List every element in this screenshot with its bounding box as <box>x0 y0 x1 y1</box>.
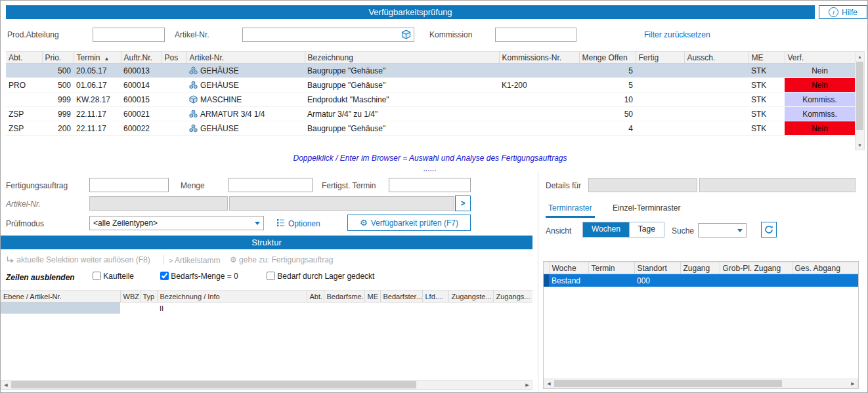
refresh-icon <box>764 225 773 234</box>
menge-input[interactable] <box>228 178 313 192</box>
cell-termin: 20.05.17 <box>74 64 121 78</box>
orders-col-abt[interactable]: Abt. <box>6 52 42 64</box>
resolve-selection-button[interactable]: aktuelle Selektion weiter auflösen (F8) <box>6 255 150 264</box>
cell-grob_pl_zugang <box>720 274 792 287</box>
terminraster-table-container: WocheTerminStandortZugangGrob-Pl. Zugang… <box>543 261 859 389</box>
scroll-right-icon[interactable]: ▶ <box>523 381 532 389</box>
kaufteile-checkbox[interactable] <box>93 272 101 280</box>
orders-col-prio[interactable]: Prio. <box>42 52 74 64</box>
filter-reset-link[interactable]: Filter zurücksetzen <box>644 30 710 39</box>
struktur-col-lfd[interactable]: Lfd.... <box>422 291 448 302</box>
struktur-col-bezeichnung[interactable]: Bezeichnung / Info <box>157 291 307 302</box>
go-to-article-button[interactable]: > <box>455 196 471 211</box>
struktur-col-bedarfstermin[interactable]: Bedarfster... <box>380 291 422 302</box>
scroll-up-icon[interactable]: ▲ <box>856 52 864 61</box>
struktur-col-zugangstermin[interactable]: Zugangste... <box>448 291 493 302</box>
cell-bezeichnung: Baugruppe "Gehäuse" <box>305 78 499 93</box>
verfuegbarkeit-pruefen-button[interactable]: ⚙ Verfügbarkeit prüfen (F7) <box>347 215 471 231</box>
row-marker <box>544 274 549 287</box>
order-row[interactable]: 50020.05.17600013GEHÄUSEBaugruppe "Gehäu… <box>6 64 855 78</box>
orders-col-auftr_nr[interactable]: Auftr.Nr. <box>121 52 162 64</box>
prod-abteilung-input[interactable] <box>93 28 165 42</box>
view-toggle: Wochen Tage <box>582 222 664 238</box>
orders-col-menge_offen[interactable]: Menge Offen <box>579 52 636 64</box>
order-row[interactable]: ZSP20022.11.17600022GEHÄUSEBaugruppe "Ge… <box>6 121 855 136</box>
cell-verf: Nein <box>785 64 855 78</box>
orders-col-pos[interactable]: Pos <box>162 52 186 64</box>
orders-col-aussch[interactable]: Aussch. <box>684 52 749 64</box>
fertigst-termin-input[interactable] <box>389 178 471 192</box>
scroll-right-icon[interactable]: ▶ <box>848 379 857 388</box>
view-tage-button[interactable]: Tage <box>630 222 664 237</box>
orders-vertical-scrollbar[interactable]: ▲ ▼ <box>855 51 865 150</box>
optionen-link[interactable]: Optionen <box>288 219 320 228</box>
cell-artikel: GEHÄUSE <box>186 121 305 136</box>
orders-col-me[interactable]: ME <box>749 52 785 64</box>
order-row[interactable]: PRO50001.06.17600014GEHÄUSEBaugruppe "Ge… <box>6 78 855 93</box>
bedarfs-menge-checkbox[interactable] <box>160 272 169 280</box>
orders-col-artikel[interactable]: Artikel-Nr. <box>186 52 305 64</box>
cell-ges_abgang <box>792 274 858 287</box>
scrollbar-thumb[interactable] <box>856 62 863 130</box>
orders-col-kommissions_nr[interactable]: Kommissions-Nr. <box>499 52 579 64</box>
struktur-table: Ebene / Artikel-Nr.WBZTypBezeichnung / I… <box>1 290 532 314</box>
cell-prio: 500 <box>42 64 74 78</box>
lager-gedeckt-checkbox[interactable] <box>267 272 275 280</box>
cell-fertig <box>636 93 684 107</box>
struktur-horizontal-scrollbar[interactable]: ◀ ▶ <box>1 380 532 390</box>
cell-prio: 500 <box>42 78 74 93</box>
struktur-col-me[interactable]: ME <box>364 291 380 302</box>
struktur-col-wbz[interactable]: WBZ <box>120 291 140 302</box>
details-horizontal-scrollbar[interactable]: ◀ ▶ <box>544 379 858 388</box>
refresh-button[interactable] <box>761 222 777 238</box>
bestand-row[interactable]: Bestand000 <box>544 274 858 287</box>
cell-aussch <box>684 121 749 136</box>
view-wochen-button[interactable]: Wochen <box>583 222 630 237</box>
kommission-input[interactable] <box>495 28 576 42</box>
gear-icon: ⚙ <box>230 255 237 264</box>
orders-col-verf[interactable]: Verf. <box>785 52 855 64</box>
details-col-woche[interactable]: Woche <box>549 262 588 274</box>
orders-col-termin[interactable]: Termin▲ <box>74 52 121 64</box>
pruefmodus-select[interactable]: <alle Zeilentypen> <box>89 216 264 230</box>
prod-abteilung-label: Prod.Abteilung <box>7 30 59 39</box>
fertigungsauftrag-input[interactable] <box>89 178 169 192</box>
cell-auftr_nr: 600014 <box>121 78 162 93</box>
fertigungsauftrag-label: Fertigungsauftrag <box>6 181 68 190</box>
details-col-grob_pl_zugang[interactable]: Grob-Pl. Zugang <box>720 262 792 274</box>
cell-menge_offen: 10 <box>579 93 636 107</box>
artikelstamm-button[interactable]: > Artikelstamm <box>169 256 220 265</box>
details-col-standort[interactable]: Standort <box>634 262 680 274</box>
tab-einzel-terminraster[interactable]: Einzel-Terminraster <box>610 201 683 216</box>
check-gear-icon: ⚙ <box>360 218 368 228</box>
scroll-left-icon[interactable]: ◀ <box>544 379 553 388</box>
help-button[interactable]: i Hilfe <box>819 5 867 19</box>
cell-abt <box>6 64 42 78</box>
suche-select[interactable] <box>698 223 747 238</box>
scroll-down-icon[interactable]: ▼ <box>856 140 864 150</box>
scroll-left-icon[interactable]: ◀ <box>1 381 11 389</box>
struktur-col-zugang[interactable]: Zugangs... <box>493 291 532 302</box>
orders-col-fertig[interactable]: Fertig <box>636 52 684 64</box>
details-col-zugang[interactable]: Zugang <box>680 262 720 274</box>
details-col-termin[interactable]: Termin <box>588 262 634 274</box>
cell-termin: 01.06.17 <box>74 78 121 93</box>
struktur-col-ebene[interactable]: Ebene / Artikel-Nr. <box>1 291 120 302</box>
scrollbar-thumb[interactable] <box>554 380 782 387</box>
gehe-zu-fertigungsauftrag-button[interactable]: ⚙ gehe zu: Fertigungsauftrag <box>230 255 334 264</box>
scrollbar-thumb[interactable] <box>11 381 416 388</box>
struktur-col-abt[interactable]: Abt. <box>307 291 324 302</box>
checkbox-bedarfs-menge: Bedarfs-Menge = 0 <box>160 272 238 281</box>
order-row[interactable]: 999KW.28.17600015MASCHINEEndprodukt "Mas… <box>6 93 855 107</box>
cell-bezeichnung: II <box>157 302 307 314</box>
struktur-col-typ[interactable]: Typ <box>140 291 157 302</box>
order-row[interactable]: ZSP99922.11.17600021ARMATUR 3/4 1/4Armat… <box>6 107 855 121</box>
struktur-col-bedarfsmenge[interactable]: Bedarfsme... <box>324 291 364 302</box>
tab-terminraster[interactable]: Terminraster <box>546 201 595 218</box>
assembly-icon <box>189 66 200 75</box>
orders-col-bezeichnung[interactable]: Bezeichnung <box>305 52 499 64</box>
cell-abt: ZSP <box>6 107 42 121</box>
artikel-filter-input[interactable] <box>242 28 414 42</box>
struktur-row[interactable]: II <box>1 302 532 314</box>
details-col-ges_abgang[interactable]: Ges. Abgang <box>792 262 858 274</box>
